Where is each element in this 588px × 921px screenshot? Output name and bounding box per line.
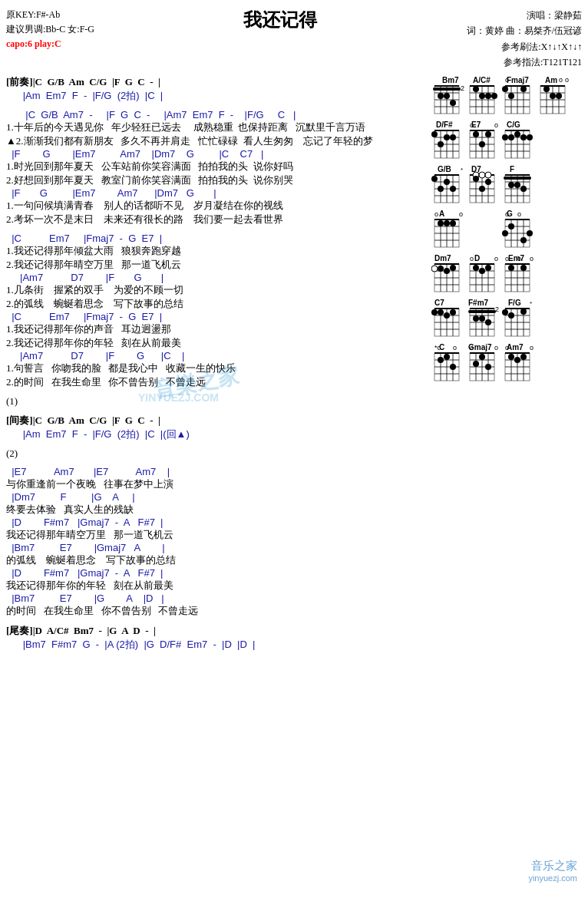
lyric-chorus1a: 1.我还记得那年倾盆大雨 狼狈奔跑穿越 xyxy=(6,244,425,258)
svg-text:A/C#: A/C# xyxy=(473,76,491,84)
svg-point-24 xyxy=(479,93,485,99)
svg-point-178 xyxy=(450,265,456,271)
svg-point-256 xyxy=(444,354,450,360)
lyric-v1-1b: ▲2.渐渐我们都有新朋友 多久不再并肩走 忙忙碌碌 看人生匆匆 忘记了年轻的梦 xyxy=(6,134,425,148)
strumming1: 参考刷法:X↑↓↑X↑↓↑ xyxy=(467,39,582,54)
chord-2-1: |E7 Am7 |E7 Am7 | xyxy=(6,466,425,477)
svg-text:o: o xyxy=(505,344,509,352)
svg-point-50 xyxy=(550,93,556,99)
svg-point-146 xyxy=(438,220,444,226)
svg-point-90 xyxy=(502,134,508,140)
svg-point-216 xyxy=(438,309,444,315)
svg-point-217 xyxy=(450,309,456,315)
svg-text:D: D xyxy=(474,254,480,262)
suggestion: 建议男调:Bb-C 女:F-G xyxy=(6,22,94,37)
svg-point-10 xyxy=(438,93,444,99)
chord-diagrams-svg: Bm7 2 A/C# xyxy=(431,75,585,881)
chord-2-6: |Bm7 E7 |G A |D | xyxy=(6,593,425,604)
lyric-chorus1b: 2.我还记得那年晴空万里 那一道飞机云 xyxy=(6,258,425,272)
svg-point-243 xyxy=(502,309,508,315)
svg-point-162 xyxy=(527,230,533,236)
section-2: (2) xyxy=(6,447,425,460)
svg-point-230 xyxy=(473,315,479,322)
lyric-2-4: 的弧线 蜿蜒着思念 写下故事的总结 xyxy=(6,553,425,567)
svg-point-203 xyxy=(520,265,527,271)
svg-point-77 xyxy=(485,131,491,137)
svg-text:A: A xyxy=(439,210,444,218)
svg-text:o: o xyxy=(494,344,498,352)
svg-point-286 xyxy=(514,357,520,363)
svg-text:*: * xyxy=(461,167,463,173)
svg-text:D/F#: D/F# xyxy=(436,120,453,129)
svg-text:o: o xyxy=(470,344,474,352)
lyric-chorus3a: 1.我还记得那年你的声音 耳边迥盪那 xyxy=(6,322,425,336)
svg-text:Bm7: Bm7 xyxy=(442,76,459,84)
svg-point-120 xyxy=(485,172,491,178)
svg-text:G/B: G/B xyxy=(438,165,451,173)
svg-text:o: o xyxy=(459,210,463,218)
chord-2-4: |Bm7 E7 |Gmaj7 A | xyxy=(6,542,425,553)
lyric-2-3: 我还记得那年晴空万里 那一道飞机云 xyxy=(6,528,425,542)
svg-point-65 xyxy=(450,134,456,140)
svg-point-92 xyxy=(514,131,520,137)
svg-point-122 xyxy=(479,186,485,192)
svg-point-189 xyxy=(479,268,485,274)
singer: 演唱：梁静茹 xyxy=(467,8,582,23)
svg-point-218 xyxy=(444,312,450,319)
lyric-2-1: 与你重逢前一个夜晚 往事在梦中上演 xyxy=(6,477,425,491)
chord-intro2: |Am Em7 F - |F/G (2拍) |C | xyxy=(6,89,425,103)
svg-point-244 xyxy=(508,312,514,319)
svg-point-202 xyxy=(508,265,514,271)
svg-point-177 xyxy=(444,268,450,274)
section-intro: [前奏]|C G/B Am C/G |F G C - | xyxy=(6,75,425,89)
header-center: 我还记得 xyxy=(94,8,467,32)
svg-point-175 xyxy=(431,266,438,272)
chord-chorus1: |C Em7 |Fmaj7 - G E7 | xyxy=(6,233,425,244)
svg-point-160 xyxy=(502,230,508,236)
main-layout: [前奏]|C G/B Am C/G |F G C - | |Am Em7 F -… xyxy=(6,75,582,884)
section-outro: [尾奏]|D A/C# Bm7 - |G A D - | xyxy=(6,624,425,638)
svg-text:o: o xyxy=(505,255,509,262)
svg-point-49 xyxy=(543,86,550,92)
svg-text:F#m7: F#m7 xyxy=(468,299,489,307)
svg-point-161 xyxy=(508,223,514,229)
lyric-v1-3b: 2.考坏一次不是末日 未来还有很长的路 我们要一起去看世界 xyxy=(6,213,425,226)
svg-point-36 xyxy=(502,86,508,92)
svg-point-94 xyxy=(527,134,533,140)
svg-point-285 xyxy=(520,354,527,360)
svg-point-105 xyxy=(444,179,450,185)
chord-chorus4: |Am7 D7 |F G |C | xyxy=(6,350,425,361)
chord-2-5: |D F#m7 |Gmaj7 - A F#7 | xyxy=(6,567,425,579)
svg-text:C/G: C/G xyxy=(507,120,520,129)
svg-text:o: o xyxy=(470,255,474,262)
svg-point-25 xyxy=(485,93,491,99)
svg-point-119 xyxy=(479,172,485,178)
svg-point-23 xyxy=(473,86,479,92)
svg-text:F: F xyxy=(510,165,514,173)
svg-point-271 xyxy=(479,354,485,360)
svg-text:o: o xyxy=(530,344,533,352)
chord-2-2: |Dm7 F |G A | xyxy=(6,491,425,503)
svg-point-123 xyxy=(485,179,491,185)
section-1: (1) xyxy=(6,395,425,408)
svg-point-245 xyxy=(520,309,527,315)
svg-point-93 xyxy=(520,134,527,140)
lyric-chorus2a: 1.几条街 握紧的双手 为爱的不顾一切 xyxy=(6,283,425,297)
svg-text:Dm7: Dm7 xyxy=(434,254,451,262)
svg-point-258 xyxy=(450,364,456,370)
svg-point-163 xyxy=(520,237,527,243)
svg-point-104 xyxy=(431,176,438,182)
svg-text:o: o xyxy=(494,255,498,262)
svg-point-37 xyxy=(508,93,514,99)
svg-text:Am: Am xyxy=(545,76,557,84)
lyric-2-6: 的时间 在我生命里 你不曾告别 不曾走远 xyxy=(6,604,425,618)
svg-point-26 xyxy=(491,93,497,99)
svg-point-272 xyxy=(485,364,491,370)
svg-point-64 xyxy=(444,134,450,140)
svg-point-135 xyxy=(514,182,520,188)
svg-point-91 xyxy=(508,134,514,140)
header-right: 演唱：梁静茹 词：黄婷 曲：易桀齐/伍冠谚 参考刷法:X↑↓↑X↑↓↑ 参考指法… xyxy=(467,8,582,71)
lyric-chorus3b: 2.我还记得那年你的年轻 刻在从前最美 xyxy=(6,336,425,350)
svg-point-232 xyxy=(485,319,491,325)
svg-point-176 xyxy=(438,266,444,272)
